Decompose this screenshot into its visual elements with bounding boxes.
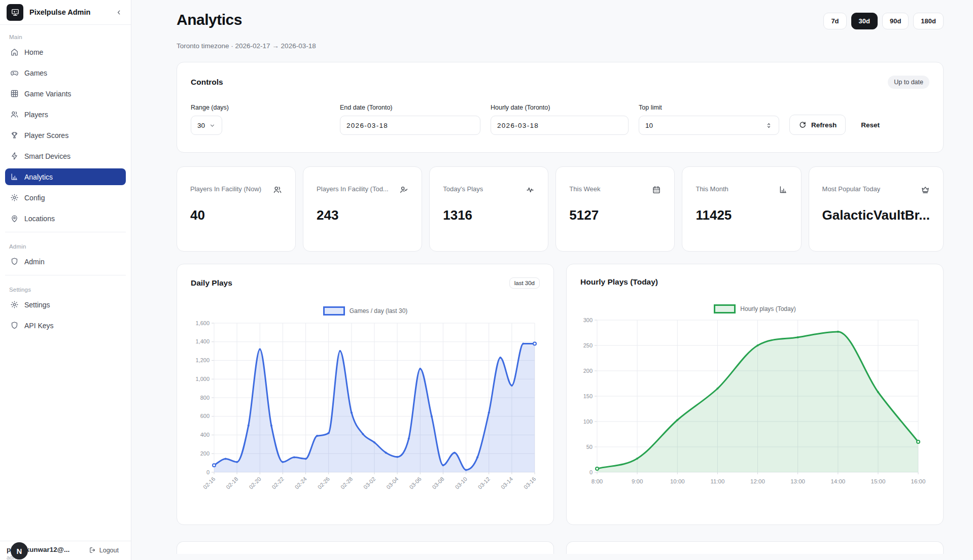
svg-text:0: 0	[589, 469, 593, 475]
sidebar-item-analytics[interactable]: Analytics	[5, 168, 126, 185]
avatar: N	[11, 542, 28, 559]
svg-text:14:00: 14:00	[830, 478, 845, 484]
sidebar-item-api-keys[interactable]: API Keys	[5, 317, 126, 334]
sidebar-item-locations[interactable]: Locations	[5, 210, 126, 227]
gear-icon	[10, 300, 19, 309]
svg-text:300: 300	[583, 317, 593, 323]
reset-button[interactable]: Reset	[856, 115, 885, 135]
calendar-icon	[652, 185, 661, 194]
hourly-plays-chart: 0501001502002503008:009:0010:0011:0012:0…	[580, 316, 929, 505]
stat-label: Most Popular Today	[822, 185, 881, 193]
sidebar-item-settings[interactable]: Settings	[5, 296, 126, 313]
stat-value: 40	[190, 207, 282, 223]
activity-icon	[526, 185, 535, 194]
svg-text:1,400: 1,400	[195, 338, 210, 344]
app-title: Pixelpulse Admin	[29, 8, 109, 16]
sidebar-collapse-button[interactable]	[115, 9, 123, 16]
stats-row: Players In Facility (Now)40Players In Fa…	[177, 166, 944, 252]
stat-value: 243	[317, 207, 408, 223]
svg-text:13:00: 13:00	[790, 478, 805, 484]
legend-label: Games / day (last 30)	[350, 307, 408, 314]
bar-chart-icon	[779, 185, 788, 194]
controls-panel: Controls Up to date Range (days) 30 End …	[177, 62, 944, 153]
legend-label: Hourly plays (Today)	[740, 305, 795, 312]
sidebar-user-area: N prabhkunwar12@... admin Logout	[0, 541, 131, 560]
sidebar-divider	[5, 232, 126, 232]
stat-label: This Week	[569, 185, 600, 193]
trophy-icon	[10, 131, 19, 139]
bar-chart-icon	[10, 172, 19, 181]
page-title: Analytics	[177, 11, 316, 28]
chart-title: Hourly Plays (Today)	[580, 277, 658, 287]
hourly-plays-panel: Hourly Plays (Today) Hourly plays (Today…	[566, 264, 944, 525]
stat-label: Today's Plays	[443, 185, 483, 193]
logout-button[interactable]: Logout	[89, 546, 119, 554]
user-check-icon	[399, 185, 408, 194]
svg-text:03-02: 03-02	[362, 476, 376, 490]
svg-text:03-14: 03-14	[500, 476, 514, 490]
sidebar-item-admin[interactable]: Admin	[5, 253, 126, 270]
svg-text:50: 50	[586, 444, 593, 450]
stat-value: GalacticVaultBr...	[822, 207, 930, 223]
legend-swatch	[323, 306, 345, 316]
end-date-input[interactable]	[340, 116, 480, 135]
chart-range-badge: last 30d	[509, 277, 540, 289]
svg-text:250: 250	[583, 342, 593, 348]
sidebar-section-label: Admin	[5, 237, 126, 253]
sidebar-item-smart-devices[interactable]: Smart Devices	[5, 148, 126, 164]
chart-legend: Hourly plays (Today)	[580, 305, 929, 313]
sidebar-header: Pixelpulse Admin	[0, 0, 131, 25]
sidebar-item-player-scores[interactable]: Player Scores	[5, 127, 126, 144]
daily-plays-chart: 02004006008001,0001,2001,4001,60002-1602…	[191, 318, 540, 507]
next-panels-row	[177, 541, 944, 554]
controls-title: Controls	[191, 78, 223, 87]
sidebar-item-home[interactable]: Home	[5, 44, 126, 60]
shield-icon	[10, 257, 19, 266]
daily-plays-panel: Daily Plays last 30d Games / day (last 3…	[177, 264, 554, 525]
hourly-date-label: Hourly date (Toronto)	[491, 104, 629, 111]
sidebar-item-players[interactable]: Players	[5, 106, 126, 123]
range-button-90d[interactable]: 90d	[882, 13, 909, 29]
shield-icon	[10, 321, 19, 330]
stepper-icon[interactable]	[765, 122, 773, 129]
stat-card-most-popular-today: Most Popular TodayGalacticVaultBr...	[809, 166, 944, 252]
main-content: Analytics Toronto timezone · 2026-02-17 …	[131, 0, 973, 560]
logout-label: Logout	[99, 547, 119, 554]
range-button-7d[interactable]: 7d	[823, 13, 846, 29]
sidebar-item-config[interactable]: Config	[5, 189, 126, 206]
top-limit-input[interactable]: 10	[639, 116, 779, 135]
sidebar-item-games[interactable]: Games	[5, 64, 126, 81]
svg-text:03-08: 03-08	[431, 476, 445, 490]
sidebar-item-label: API Keys	[24, 322, 54, 330]
range-button-180d[interactable]: 180d	[913, 13, 944, 29]
svg-text:1,200: 1,200	[195, 357, 210, 363]
svg-text:03-04: 03-04	[385, 476, 399, 490]
sidebar-item-label: Players	[24, 111, 48, 119]
refresh-button[interactable]: Refresh	[789, 115, 846, 135]
users-icon	[273, 185, 282, 194]
up-to-date-badge: Up to date	[888, 76, 929, 89]
refresh-icon	[798, 121, 807, 129]
sidebar-item-label: Player Scores	[24, 131, 68, 139]
svg-text:02-22: 02-22	[270, 476, 285, 490]
svg-text:12:00: 12:00	[750, 478, 765, 484]
panel-partial	[566, 541, 944, 554]
page-header: Analytics Toronto timezone · 2026-02-17 …	[177, 11, 944, 50]
home-icon	[10, 48, 19, 56]
chevron-down-icon	[209, 122, 216, 129]
stat-label: Players In Facility (Tod...	[317, 185, 389, 193]
svg-text:100: 100	[583, 418, 593, 425]
range-button-group: 7d30d90d180d	[823, 11, 944, 29]
svg-text:0: 0	[206, 469, 210, 475]
sidebar-item-game-variants[interactable]: Game Variants	[5, 85, 126, 102]
end-date-label: End date (Toronto)	[340, 104, 480, 111]
range-days-select[interactable]: 30	[191, 116, 222, 135]
svg-text:200: 200	[200, 450, 210, 457]
range-button-30d[interactable]: 30d	[851, 13, 878, 29]
svg-text:02-26: 02-26	[317, 476, 331, 490]
app-logo	[7, 4, 23, 21]
stat-value: 5127	[569, 207, 661, 223]
map-pin-icon	[10, 214, 19, 223]
stat-label: This Month	[696, 185, 728, 193]
hourly-date-input[interactable]	[491, 116, 629, 135]
